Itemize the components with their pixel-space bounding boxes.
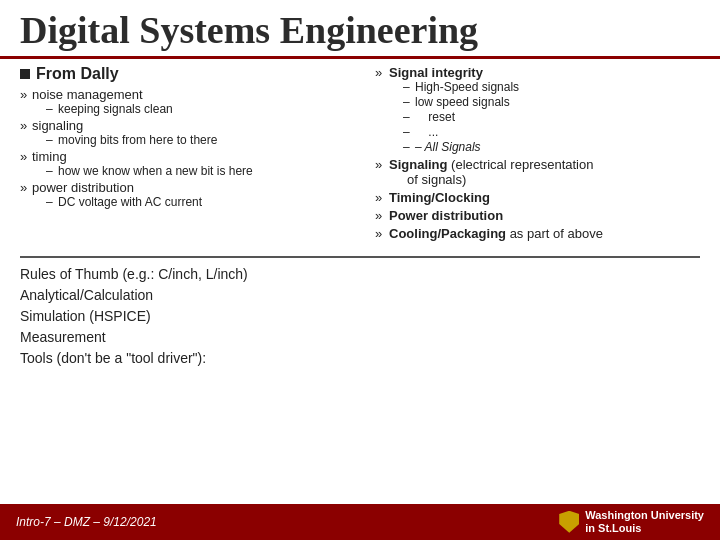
divider <box>20 256 700 258</box>
left-list: noise management keeping signals clean s… <box>20 87 345 209</box>
sub-list: keeping signals clean <box>32 102 345 116</box>
sub-list: High-Speed signals low speed signals res… <box>389 80 700 154</box>
list-item: DC voltage with AC current <box>46 195 345 209</box>
list-item: Timing/Clocking <box>375 190 700 205</box>
list-item: signaling moving bits from here to there <box>20 118 345 147</box>
list-item: Measurement <box>20 329 700 345</box>
bottom-section: Rules of Thumb (e.g.: C/inch, L/inch) An… <box>20 264 700 373</box>
title-bar: Digital Systems Engineering <box>0 0 720 59</box>
footer: Intro-7 – DMZ – 9/12/2021 Washington Uni… <box>0 504 720 540</box>
left-heading: From Dally <box>20 65 345 83</box>
list-item: timing how we know when a new bit is her… <box>20 149 345 178</box>
list-item: Cooling/Packaging as part of above <box>375 226 700 241</box>
footer-left-text: Intro-7 – DMZ – 9/12/2021 <box>16 515 157 529</box>
footer-right: Washington University in St.Louis <box>559 509 704 535</box>
all-signals-item: – All Signals <box>403 140 700 154</box>
top-section: From Dally noise management keeping sign… <box>20 65 700 244</box>
bullet-icon <box>20 69 30 79</box>
university-logo-icon <box>559 511 579 533</box>
list-item: low speed signals <box>403 95 700 109</box>
list-item: how we know when a new bit is here <box>46 164 345 178</box>
list-item: ... <box>403 125 700 139</box>
left-column: From Dally noise management keeping sign… <box>20 65 355 244</box>
page-container: Digital Systems Engineering From Dally n… <box>0 0 720 540</box>
list-item: Power distribution <box>375 208 700 223</box>
list-item: keeping signals clean <box>46 102 345 116</box>
list-item: moving bits from here to there <box>46 133 345 147</box>
sub-list: DC voltage with AC current <box>32 195 345 209</box>
main-content: From Dally noise management keeping sign… <box>0 59 720 504</box>
right-column: Signal integrity High-Speed signals low … <box>365 65 700 244</box>
bottom-list: Rules of Thumb (e.g.: C/inch, L/inch) An… <box>20 266 700 366</box>
list-item: power distribution DC voltage with AC cu… <box>20 180 345 209</box>
sub-list: how we know when a new bit is here <box>32 164 345 178</box>
list-item: Rules of Thumb (e.g.: C/inch, L/inch) <box>20 266 700 282</box>
signal-integrity-heading: Signal integrity <box>389 65 483 80</box>
list-item: High-Speed signals <box>403 80 700 94</box>
list-item: Signal integrity High-Speed signals low … <box>375 65 700 154</box>
list-item: Analytical/Calculation <box>20 287 700 303</box>
list-item: noise management keeping signals clean <box>20 87 345 116</box>
page-title: Digital Systems Engineering <box>20 9 478 51</box>
university-name: Washington University in St.Louis <box>585 509 704 535</box>
list-item: Signaling (electrical representation of … <box>375 157 700 187</box>
list-item: Simulation (HSPICE) <box>20 308 700 324</box>
right-list: Signal integrity High-Speed signals low … <box>375 65 700 241</box>
list-item: reset <box>403 110 700 124</box>
sub-list: moving bits from here to there <box>32 133 345 147</box>
list-item: Tools (don't be a "tool driver"): <box>20 350 700 366</box>
